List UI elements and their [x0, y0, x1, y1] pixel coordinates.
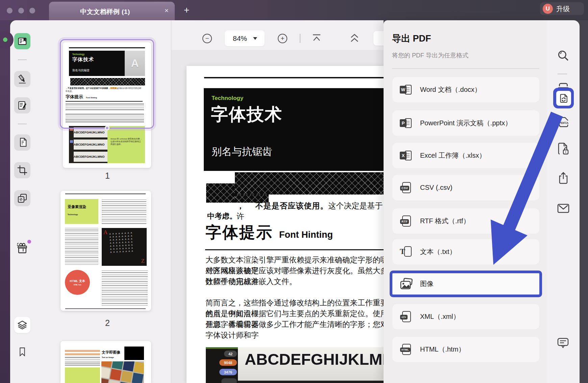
- doc-section-heading: 字体提示Font Hinting: [205, 222, 333, 243]
- doc-intro-line: ， 不是是否应该使用。这个决定是基于许: [237, 201, 385, 222]
- crop-icon: [17, 164, 28, 176]
- export-option-text[interactable]: T 文本（.txt）: [392, 239, 539, 264]
- export-option-rtf[interactable]: RTF RTF 格式（.rtf）: [392, 208, 539, 234]
- mini-html-circle: HTML 文本 HTML Text: [65, 270, 90, 295]
- visible-area-indicator[interactable]: [60, 39, 154, 129]
- mini-black-block: [124, 347, 144, 360]
- export-option-label: Word 文档（.docx）: [420, 85, 481, 94]
- thumbnail-page-3[interactable]: 文字即图像 Text as Image: [60, 341, 151, 383]
- app-window: 中文文档样例 (1) × + U 升级: [0, 0, 588, 383]
- tool-pages[interactable]: [14, 134, 30, 151]
- traffic-light-zoom[interactable]: [29, 8, 35, 14]
- zoom-in-button[interactable]: +: [278, 34, 287, 43]
- mini-a-grid: A A A A A A A AA A A A A A A AA A A A A …: [109, 231, 133, 254]
- new-tab-button[interactable]: +: [184, 5, 189, 16]
- tool-thumbnails-panel[interactable]: [14, 317, 30, 333]
- doc-heading-en: Font Hinting: [279, 230, 333, 240]
- mini-highlight-line: [65, 353, 100, 355]
- email-icon[interactable]: [557, 203, 570, 214]
- page-header-block: Technology 字体技术 别名与抗锯齿: [204, 88, 385, 171]
- html-file-icon: HTML: [400, 343, 415, 356]
- svg-text:PDF/A: PDF/A: [559, 121, 569, 125]
- export-option-excel[interactable]: X Excel 工作簿（.xlsx）: [392, 143, 539, 168]
- doc-heading-zh: 字体提示: [205, 223, 273, 241]
- xml-file-icon: </>: [400, 311, 415, 323]
- thumbnail-page-2[interactable]: 亚像素渲染 Technology A Z A A A A A A A AA A …: [60, 191, 151, 311]
- zoom-level-control[interactable]: 84%: [225, 30, 265, 46]
- zoom-dropdown-caret: [253, 37, 257, 40]
- mini-paragraph: [102, 200, 146, 224]
- export-option-label: XML（.xml）: [420, 312, 460, 321]
- export-pdf-panel: 导出 PDF 将您的 PDF 导出为任意格式 W Word 文档（.docx） …: [384, 20, 547, 383]
- tool-crop[interactable]: [14, 162, 30, 178]
- mini-red-a: A: [103, 229, 107, 236]
- scroll-to-top-button[interactable]: [312, 34, 322, 43]
- doc-subtitle: 别名与抗锯齿: [212, 145, 272, 159]
- tool-comment[interactable]: [14, 97, 30, 113]
- doc-intro-bold: ， 不是是否应该使用。: [237, 201, 328, 210]
- feedback-comment-icon[interactable]: [557, 337, 569, 349]
- tab-close-icon[interactable]: ×: [165, 7, 169, 14]
- window-right-edge: [580, 20, 588, 383]
- highlighter-icon: [17, 73, 28, 85]
- page-2-number: 2: [97, 318, 118, 328]
- note-pen-icon: [17, 100, 28, 111]
- export-option-powerpoint[interactable]: P PowerPoint 演示文稿（.pptx）: [392, 110, 539, 136]
- tool-bookmarks[interactable]: [14, 344, 30, 360]
- mini-red-z: Z: [141, 258, 145, 264]
- rail-divider: [558, 74, 567, 74]
- page-1-number: 1: [97, 171, 118, 181]
- mini-alphabet: ABCDEFGHIJKLMNO: [74, 155, 105, 158]
- tool-stamp[interactable]: [14, 190, 30, 206]
- mini-specimen: ABCDEFGHIJKLMNO ABCDEFGHIJKLMNO ABCDEFGH…: [69, 126, 107, 163]
- tool-reader[interactable]: [14, 33, 30, 49]
- gift-notification-dot: [27, 240, 31, 244]
- mini-tiles-image: [101, 361, 144, 383]
- share-icon[interactable]: [557, 172, 570, 185]
- export-option-word[interactable]: W Word 文档（.docx）: [392, 77, 539, 102]
- tool-highlighter[interactable]: [14, 71, 30, 87]
- export-option-xml[interactable]: </> XML（.xml）: [392, 304, 539, 329]
- pdf-page[interactable]: Technology 字体技术 别名与抗锯齿 ， 不是是否应该使用。这个决定是基…: [187, 66, 385, 383]
- zoom-out-button[interactable]: −: [202, 34, 212, 43]
- export-tool-icon: [556, 91, 571, 106]
- export-pdf-tool-active[interactable]: [553, 88, 574, 108]
- mini-highlight-line: [65, 350, 100, 352]
- thumb2-eyebrow: Technology: [68, 213, 78, 215]
- export-option-label: RTF 格式（.rtf）: [420, 216, 470, 226]
- document-lock-icon[interactable]: [557, 142, 570, 155]
- export-option-html[interactable]: HTML HTML（.htm）: [392, 337, 539, 362]
- document-tab[interactable]: 中文文档样例 (1) ×: [49, 2, 175, 20]
- reader-book-icon: [17, 35, 28, 47]
- previous-section-button[interactable]: [350, 33, 359, 43]
- specimen-alphabet: ABCDEFGHIJKLMNO: [245, 350, 385, 368]
- rail-divider: [18, 124, 27, 124]
- word-file-icon: W: [400, 84, 415, 96]
- document-area: − 84% + Technology 字体技术 别名与抗锯齿: [171, 20, 384, 383]
- upgrade-label: 升级: [556, 4, 570, 14]
- export-option-label: HTML（.htm）: [420, 345, 465, 354]
- hatch-band: [235, 172, 385, 195]
- viewport-resize-knob[interactable]: [105, 126, 109, 130]
- doc-paragraph-line: 信息。看看需要做多少工作才能产生清晰的字形；您对字体设计师和字: [205, 319, 388, 340]
- zoom-level-value: 84%: [233, 34, 247, 43]
- traffic-light-minimize[interactable]: [18, 8, 24, 14]
- specimen-badge: 3476: [224, 370, 232, 374]
- powerpoint-file-icon: P: [400, 117, 415, 129]
- layers-icon: [17, 319, 28, 331]
- mini-green-note: Hinted 和 unhinted 类型各有利弊，让设计师在易读性和字体完整性之…: [107, 126, 145, 163]
- doc-paragraph-line: 计师手动完成并嵌入文件。: [205, 276, 388, 287]
- gift-icon: [16, 242, 29, 255]
- view-toolbar: − 84% +: [171, 20, 384, 50]
- export-option-image[interactable]: 图像: [390, 271, 542, 297]
- title-bar: 中文文档样例 (1) × + U 升级: [0, 0, 588, 20]
- export-option-label: CSV (.csv): [420, 184, 452, 192]
- tool-gift[interactable]: [14, 240, 30, 257]
- traffic-light-close[interactable]: [7, 8, 13, 14]
- upgrade-button[interactable]: U 升级: [540, 2, 584, 15]
- pdfa-icon[interactable]: PDF/A: [557, 116, 570, 129]
- tab-title: 中文文档样例 (1): [49, 7, 161, 16]
- search-icon[interactable]: [557, 49, 570, 62]
- export-option-label: 图像: [420, 279, 434, 288]
- export-option-csv[interactable]: CSV CSV (.csv): [392, 175, 539, 200]
